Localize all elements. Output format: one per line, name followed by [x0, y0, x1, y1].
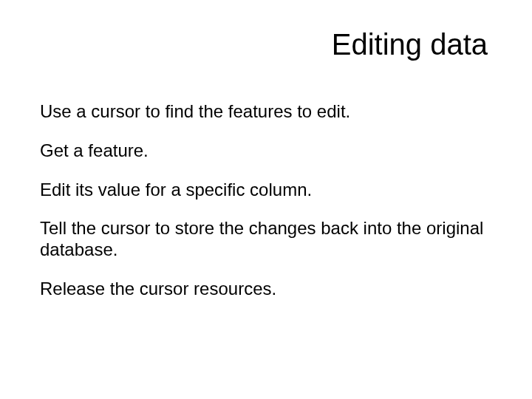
body-paragraph: Use a cursor to find the features to edi…: [40, 101, 492, 123]
slide-body: Use a cursor to find the features to edi…: [0, 83, 532, 300]
body-paragraph: Tell the cursor to store the changes bac…: [40, 218, 492, 261]
body-paragraph: Get a feature.: [40, 140, 492, 162]
presentation-slide: Editing data Use a cursor to find the fe…: [0, 0, 532, 399]
body-paragraph: Release the cursor resources.: [40, 279, 492, 300]
slide-title: Editing data: [0, 0, 532, 83]
body-paragraph: Edit its value for a specific column.: [40, 180, 492, 201]
